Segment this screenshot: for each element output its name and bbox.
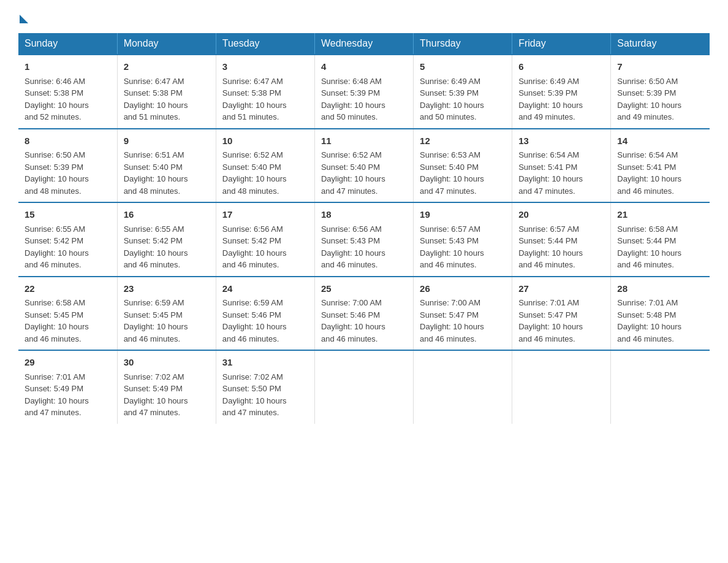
day-number: 18 — [321, 208, 407, 222]
day-number: 26 — [420, 282, 506, 296]
logo-triangle-icon — [20, 15, 28, 23]
day-cell: 28Sunrise: 7:01 AMSunset: 5:48 PMDayligh… — [611, 277, 710, 351]
day-cell: 30Sunrise: 7:02 AMSunset: 5:49 PMDayligh… — [117, 350, 216, 424]
day-cell — [414, 350, 512, 424]
day-number: 22 — [25, 282, 111, 296]
day-number: 21 — [617, 208, 703, 222]
column-header-friday: Friday — [512, 33, 611, 55]
day-cell: 31Sunrise: 7:02 AMSunset: 5:50 PMDayligh… — [216, 350, 314, 424]
day-info: Sunrise: 7:00 AMSunset: 5:47 PMDaylight:… — [420, 297, 506, 345]
day-cell: 16Sunrise: 6:55 AMSunset: 5:42 PMDayligh… — [117, 202, 216, 277]
day-number: 7 — [617, 60, 703, 74]
day-number: 16 — [124, 208, 210, 222]
day-cell: 7Sunrise: 6:50 AMSunset: 5:39 PMDaylight… — [611, 55, 710, 129]
day-info: Sunrise: 6:54 AMSunset: 5:41 PMDaylight:… — [617, 149, 703, 197]
day-info: Sunrise: 6:48 AMSunset: 5:39 PMDaylight:… — [321, 75, 407, 123]
week-row-4: 22Sunrise: 6:58 AMSunset: 5:45 PMDayligh… — [18, 277, 710, 351]
week-row-1: 1Sunrise: 6:46 AMSunset: 5:38 PMDaylight… — [18, 55, 710, 129]
day-info: Sunrise: 6:54 AMSunset: 5:41 PMDaylight:… — [518, 149, 604, 197]
day-cell: 5Sunrise: 6:49 AMSunset: 5:39 PMDaylight… — [414, 55, 512, 129]
day-number: 9 — [124, 134, 210, 148]
day-number: 23 — [124, 282, 210, 296]
column-header-sunday: Sunday — [18, 33, 117, 55]
day-info: Sunrise: 6:56 AMSunset: 5:43 PMDaylight:… — [321, 223, 407, 271]
day-info: Sunrise: 6:47 AMSunset: 5:38 PMDaylight:… — [124, 75, 210, 123]
calendar-table: SundayMondayTuesdayWednesdayThursdayFrid… — [18, 33, 710, 424]
day-info: Sunrise: 6:56 AMSunset: 5:42 PMDaylight:… — [222, 223, 308, 271]
day-cell — [611, 350, 710, 424]
day-number: 14 — [617, 134, 703, 148]
calendar-header-row: SundayMondayTuesdayWednesdayThursdayFrid… — [18, 33, 710, 55]
day-info: Sunrise: 6:51 AMSunset: 5:40 PMDaylight:… — [124, 149, 210, 197]
week-row-3: 15Sunrise: 6:55 AMSunset: 5:42 PMDayligh… — [18, 202, 710, 277]
day-info: Sunrise: 6:50 AMSunset: 5:39 PMDaylight:… — [617, 75, 703, 123]
day-cell: 22Sunrise: 6:58 AMSunset: 5:45 PMDayligh… — [18, 277, 117, 351]
day-cell: 11Sunrise: 6:52 AMSunset: 5:40 PMDayligh… — [314, 129, 413, 203]
day-info: Sunrise: 6:55 AMSunset: 5:42 PMDaylight:… — [25, 223, 111, 271]
column-header-wednesday: Wednesday — [314, 33, 413, 55]
day-number: 10 — [222, 134, 308, 148]
column-header-saturday: Saturday — [611, 33, 710, 55]
day-number: 12 — [420, 134, 506, 148]
day-cell: 2Sunrise: 6:47 AMSunset: 5:38 PMDaylight… — [117, 55, 216, 129]
day-info: Sunrise: 6:57 AMSunset: 5:44 PMDaylight:… — [518, 223, 604, 271]
day-info: Sunrise: 6:59 AMSunset: 5:46 PMDaylight:… — [222, 297, 308, 345]
day-number: 1 — [25, 60, 111, 74]
day-number: 11 — [321, 134, 407, 148]
day-info: Sunrise: 6:52 AMSunset: 5:40 PMDaylight:… — [321, 149, 407, 197]
day-info: Sunrise: 6:55 AMSunset: 5:42 PMDaylight:… — [124, 223, 210, 271]
day-number: 6 — [518, 60, 604, 74]
day-number: 27 — [518, 282, 604, 296]
day-number: 25 — [321, 282, 407, 296]
day-cell: 15Sunrise: 6:55 AMSunset: 5:42 PMDayligh… — [18, 202, 117, 277]
day-cell: 29Sunrise: 7:01 AMSunset: 5:49 PMDayligh… — [18, 350, 117, 424]
day-cell: 26Sunrise: 7:00 AMSunset: 5:47 PMDayligh… — [414, 277, 512, 351]
day-cell: 13Sunrise: 6:54 AMSunset: 5:41 PMDayligh… — [512, 129, 611, 203]
week-row-2: 8Sunrise: 6:50 AMSunset: 5:39 PMDaylight… — [18, 129, 710, 203]
day-cell: 14Sunrise: 6:54 AMSunset: 5:41 PMDayligh… — [611, 129, 710, 203]
day-info: Sunrise: 7:02 AMSunset: 5:50 PMDaylight:… — [222, 371, 308, 419]
day-info: Sunrise: 6:58 AMSunset: 5:45 PMDaylight:… — [25, 297, 111, 345]
day-number: 5 — [420, 60, 506, 74]
day-number: 3 — [222, 60, 308, 74]
page-header — [18, 12, 710, 21]
day-info: Sunrise: 6:53 AMSunset: 5:40 PMDaylight:… — [420, 149, 506, 197]
day-cell: 8Sunrise: 6:50 AMSunset: 5:39 PMDaylight… — [18, 129, 117, 203]
day-cell — [512, 350, 611, 424]
day-cell: 17Sunrise: 6:56 AMSunset: 5:42 PMDayligh… — [216, 202, 314, 277]
day-number: 15 — [25, 208, 111, 222]
day-number: 2 — [124, 60, 210, 74]
column-header-monday: Monday — [117, 33, 216, 55]
day-number: 31 — [222, 356, 308, 370]
day-cell: 4Sunrise: 6:48 AMSunset: 5:39 PMDaylight… — [314, 55, 413, 129]
day-info: Sunrise: 6:49 AMSunset: 5:39 PMDaylight:… — [518, 75, 604, 123]
day-info: Sunrise: 7:00 AMSunset: 5:46 PMDaylight:… — [321, 297, 407, 345]
day-info: Sunrise: 7:02 AMSunset: 5:49 PMDaylight:… — [124, 371, 210, 419]
day-number: 30 — [124, 356, 210, 370]
day-cell: 27Sunrise: 7:01 AMSunset: 5:47 PMDayligh… — [512, 277, 611, 351]
day-number: 20 — [518, 208, 604, 222]
day-cell — [314, 350, 413, 424]
day-cell: 9Sunrise: 6:51 AMSunset: 5:40 PMDaylight… — [117, 129, 216, 203]
day-info: Sunrise: 6:49 AMSunset: 5:39 PMDaylight:… — [420, 75, 506, 123]
day-info: Sunrise: 6:47 AMSunset: 5:38 PMDaylight:… — [222, 75, 308, 123]
column-header-tuesday: Tuesday — [216, 33, 314, 55]
day-number: 17 — [222, 208, 308, 222]
day-info: Sunrise: 6:50 AMSunset: 5:39 PMDaylight:… — [25, 149, 111, 197]
day-cell: 18Sunrise: 6:56 AMSunset: 5:43 PMDayligh… — [314, 202, 413, 277]
day-cell: 10Sunrise: 6:52 AMSunset: 5:40 PMDayligh… — [216, 129, 314, 203]
day-number: 4 — [321, 60, 407, 74]
day-cell: 1Sunrise: 6:46 AMSunset: 5:38 PMDaylight… — [18, 55, 117, 129]
week-row-5: 29Sunrise: 7:01 AMSunset: 5:49 PMDayligh… — [18, 350, 710, 424]
day-cell: 19Sunrise: 6:57 AMSunset: 5:43 PMDayligh… — [414, 202, 512, 277]
day-info: Sunrise: 6:58 AMSunset: 5:44 PMDaylight:… — [617, 223, 703, 271]
day-cell: 23Sunrise: 6:59 AMSunset: 5:45 PMDayligh… — [117, 277, 216, 351]
day-cell: 24Sunrise: 6:59 AMSunset: 5:46 PMDayligh… — [216, 277, 314, 351]
day-cell: 25Sunrise: 7:00 AMSunset: 5:46 PMDayligh… — [314, 277, 413, 351]
day-number: 8 — [25, 134, 111, 148]
day-number: 13 — [518, 134, 604, 148]
day-cell: 3Sunrise: 6:47 AMSunset: 5:38 PMDaylight… — [216, 55, 314, 129]
day-cell: 20Sunrise: 6:57 AMSunset: 5:44 PMDayligh… — [512, 202, 611, 277]
day-info: Sunrise: 7:01 AMSunset: 5:48 PMDaylight:… — [617, 297, 703, 345]
day-number: 28 — [617, 282, 703, 296]
